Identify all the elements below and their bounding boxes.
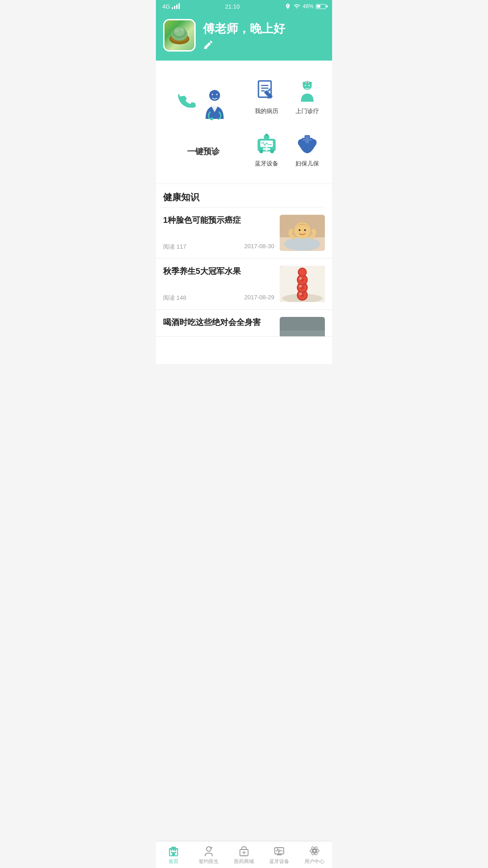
records-svg bbox=[255, 78, 278, 102]
alarm-icon bbox=[285, 3, 291, 9]
avatar-image bbox=[166, 22, 193, 49]
article-thumb-3 bbox=[280, 317, 325, 337]
svg-point-5 bbox=[175, 29, 178, 33]
battery-icon bbox=[316, 4, 326, 9]
bluetooth-device-icon bbox=[253, 129, 280, 156]
article-date-2: 2017-08-29 bbox=[244, 294, 275, 302]
main-content: 健康知识 1种脸色可能预示癌症 阅读 117 2017-08-30 bbox=[156, 184, 332, 364]
nurse-svg bbox=[296, 78, 319, 102]
article-text-3: 喝酒时吃这些绝对会全身害 bbox=[163, 317, 274, 329]
svg-point-44 bbox=[284, 237, 320, 251]
svg-point-36 bbox=[259, 150, 263, 153]
svg-point-6 bbox=[181, 28, 183, 31]
svg-point-61 bbox=[299, 269, 306, 276]
article-reads-2: 阅读 148 bbox=[163, 294, 186, 302]
article-meta-1: 阅读 117 2017-08-30 bbox=[163, 243, 274, 251]
article-item[interactable]: 秋季养生5大冠军水果 阅读 148 2017-08-29 bbox=[156, 259, 332, 310]
bluetooth-label: 蓝牙设备 bbox=[255, 160, 278, 168]
article-date-1: 2017-08-30 bbox=[244, 243, 275, 251]
section-title: 健康知识 bbox=[156, 184, 332, 207]
article-thumb-2 bbox=[280, 266, 325, 302]
svg-point-10 bbox=[212, 94, 213, 95]
child-care-label: 妇保儿保 bbox=[296, 160, 319, 168]
nurse-icon bbox=[294, 76, 321, 104]
one-key-icon bbox=[176, 87, 230, 142]
action-grid: 我的病历 上门诊疗 bbox=[246, 70, 328, 175]
signal-bars bbox=[172, 4, 180, 9]
records-icon bbox=[253, 76, 280, 104]
status-right: 46% bbox=[285, 3, 326, 9]
article-text-1: 1种脸色可能预示癌症 阅读 117 2017-08-30 bbox=[163, 215, 274, 251]
svg-point-11 bbox=[216, 94, 218, 95]
records-label: 我的病历 bbox=[255, 107, 278, 115]
article-item[interactable]: 喝酒时吃这些绝对会全身害 bbox=[156, 310, 332, 337]
edit-profile-icon[interactable] bbox=[203, 39, 285, 50]
svg-rect-26 bbox=[260, 141, 273, 147]
article-title-1: 1种脸色可能预示癌症 bbox=[163, 215, 274, 226]
home-visit-label: 上门诊疗 bbox=[296, 107, 319, 115]
action-home-visit[interactable]: 上门诊疗 bbox=[289, 72, 325, 120]
one-key-label: 一键预诊 bbox=[187, 146, 220, 157]
action-my-records[interactable]: 我的病历 bbox=[249, 72, 285, 120]
svg-point-47 bbox=[304, 229, 306, 231]
quick-actions: 一键预诊 我的病历 bbox=[156, 61, 332, 184]
article-item[interactable]: 1种脸色可能预示癌症 阅读 117 2017-08-30 bbox=[156, 208, 332, 259]
svg-point-62 bbox=[299, 292, 302, 295]
time-display: 21:10 bbox=[225, 3, 240, 10]
svg-point-24 bbox=[309, 85, 310, 86]
svg-rect-41 bbox=[303, 139, 312, 141]
svg-rect-33 bbox=[265, 134, 268, 136]
status-left: 4G bbox=[162, 3, 180, 10]
edit-icon-svg bbox=[203, 39, 214, 50]
svg-point-23 bbox=[305, 85, 306, 86]
action-bluetooth[interactable]: 蓝牙设备 bbox=[249, 124, 285, 172]
svg-rect-7 bbox=[204, 48, 207, 49]
article-text-2: 秋季养生5大冠军水果 阅读 148 2017-08-29 bbox=[163, 266, 274, 302]
one-key-prediagnosis[interactable]: 一键预诊 bbox=[160, 70, 246, 175]
svg-point-45 bbox=[294, 222, 310, 239]
avatar bbox=[163, 19, 196, 52]
doctor-icon bbox=[199, 87, 230, 123]
thumb1-svg bbox=[280, 215, 325, 251]
svg-rect-35 bbox=[266, 147, 267, 151]
svg-point-37 bbox=[270, 150, 274, 153]
bluetooth-device-svg bbox=[255, 131, 278, 154]
child-care-icon bbox=[294, 129, 321, 156]
thumb3-svg bbox=[280, 317, 325, 337]
status-bar: 4G 21:10 46% bbox=[156, 0, 332, 13]
article-thumb-1 bbox=[280, 215, 325, 251]
svg-rect-22 bbox=[307, 82, 308, 83]
carrier-label: 4G bbox=[162, 3, 170, 10]
svg-point-64 bbox=[299, 277, 302, 280]
svg-point-63 bbox=[299, 285, 302, 288]
child-care-svg bbox=[296, 131, 319, 154]
avatar-placeholder bbox=[164, 20, 194, 50]
article-title-2: 秋季养生5大冠军水果 bbox=[163, 266, 274, 277]
article-meta-2: 阅读 148 2017-08-29 bbox=[163, 294, 274, 302]
action-child-care[interactable]: 妇保儿保 bbox=[289, 124, 325, 172]
svg-point-46 bbox=[299, 229, 300, 231]
header-greeting: 傅老师，晚上好 bbox=[203, 21, 285, 37]
article-title-3: 喝酒时吃这些绝对会全身害 bbox=[163, 317, 274, 328]
thumb2-svg bbox=[280, 266, 325, 302]
svg-point-9 bbox=[211, 118, 213, 120]
wifi-icon bbox=[293, 3, 300, 9]
battery-percentage: 46% bbox=[303, 3, 314, 9]
header-text: 傅老师，晚上好 bbox=[203, 21, 285, 50]
header: 傅老师，晚上好 bbox=[156, 13, 332, 61]
article-reads-1: 阅读 117 bbox=[163, 243, 186, 251]
svg-rect-66 bbox=[280, 330, 325, 337]
